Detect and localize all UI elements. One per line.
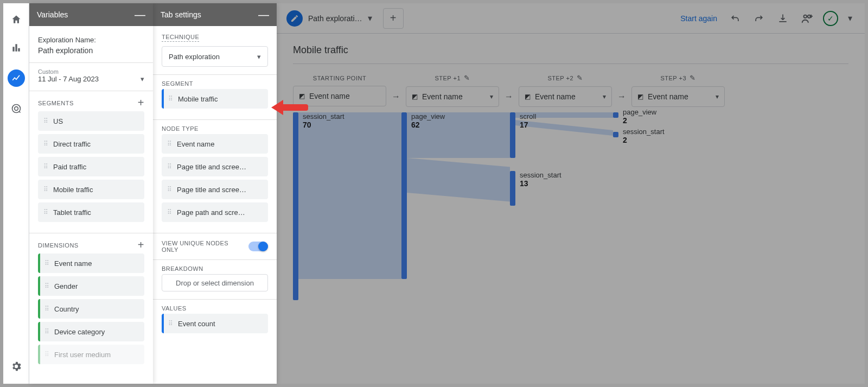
variables-title: Variables (37, 10, 68, 19)
node-type-chip[interactable]: ⠿Page path and scre… (162, 202, 268, 222)
segment-chip[interactable]: ⠿Paid traffic (38, 157, 144, 176)
drag-icon: ⠿ (167, 186, 173, 193)
chevron-down-icon: ▾ (141, 75, 144, 83)
segment-chip[interactable]: ⠿Tablet traffic (38, 202, 144, 222)
dimension-chip[interactable]: ⠿Gender (38, 276, 144, 296)
date-custom-label: Custom (38, 68, 144, 75)
dimension-chip[interactable]: ⠿Device category (38, 322, 144, 341)
annotation-arrow (271, 100, 308, 115)
explore-icon[interactable] (8, 69, 25, 87)
values-label: VALUES (162, 305, 187, 312)
applied-segment-chip[interactable]: ⠿Mobile traffic (162, 89, 268, 109)
breakdown-dropzone[interactable]: Drop or select dimension (162, 274, 268, 291)
drag-icon: ⠿ (168, 95, 174, 103)
segment-chip[interactable]: ⠿US (38, 111, 144, 131)
settings-icon[interactable] (10, 360, 23, 373)
technique-select[interactable]: Path exploration ▾ (162, 46, 268, 67)
drag-icon: ⠿ (44, 351, 50, 358)
variables-header: Variables — (29, 3, 153, 26)
drag-icon: ⠿ (44, 259, 50, 267)
dimension-chip[interactable]: ⠿Country (38, 299, 144, 319)
drag-icon: ⠿ (43, 163, 49, 170)
node-type-chip[interactable]: ⠿Event name (162, 134, 268, 154)
exploration-canvas: Path explorati… ▾ + Start again ✓ ▾ Mobi… (277, 3, 865, 384)
node-type-chip[interactable]: ⠿Page title and scree… (162, 180, 268, 199)
canvas-overlay (277, 3, 865, 384)
node-type-chip[interactable]: ⠿Page title and scree… (162, 157, 268, 176)
breakdown-label: BREAKDOWN (162, 265, 203, 272)
values-chip[interactable]: ⠿Event count (162, 314, 268, 333)
drag-icon: ⠿ (44, 282, 50, 290)
drag-icon: ⠿ (43, 208, 49, 216)
tab-settings-title: Tab settings (161, 10, 201, 19)
drag-icon: ⠿ (43, 140, 49, 148)
add-segment-button[interactable]: + (138, 97, 144, 109)
dimensions-label: DIMENSIONS (38, 242, 79, 249)
dimension-chip[interactable]: ⠿Event name (38, 253, 144, 273)
drag-icon: ⠿ (44, 328, 50, 335)
add-dimension-button[interactable]: + (138, 239, 144, 251)
drag-icon: ⠿ (167, 208, 173, 216)
date-range-picker[interactable]: 11 Jul - 7 Aug 2023 ▾ (38, 75, 144, 83)
drag-icon: ⠿ (167, 163, 173, 170)
tab-settings-header: Tab settings — (153, 3, 277, 26)
tab-settings-panel: Tab settings — TECHNIQUE Path exploratio… (153, 3, 277, 384)
advertising-icon[interactable] (10, 102, 23, 115)
dimension-chip[interactable]: ⠿First user medium (38, 345, 144, 364)
drag-icon: ⠿ (167, 140, 173, 148)
variables-panel: Variables — Exploration Name: Path explo… (29, 3, 153, 384)
drag-icon: ⠿ (43, 117, 49, 125)
segments-label: SEGMENTS (38, 100, 74, 106)
nav-rail (3, 3, 29, 384)
view-unique-toggle[interactable] (248, 242, 268, 251)
home-icon[interactable] (10, 13, 23, 26)
segment-chip[interactable]: ⠿Mobile traffic (38, 180, 144, 199)
technique-label: TECHNIQUE (162, 34, 199, 42)
reports-icon[interactable] (10, 41, 23, 54)
drag-icon: ⠿ (168, 320, 174, 327)
svg-point-1 (14, 107, 18, 111)
segment-section-label: SEGMENT (162, 80, 193, 87)
exploration-name-value[interactable]: Path exploration (38, 46, 144, 55)
drag-icon: ⠿ (43, 186, 49, 193)
node-type-label: NODE TYPE (162, 125, 199, 132)
drag-icon: ⠿ (44, 305, 50, 313)
chevron-down-icon: ▾ (257, 53, 261, 61)
segment-chip[interactable]: ⠿Direct traffic (38, 134, 144, 154)
view-unique-label: VIEW UNIQUE NODES ONLY (162, 240, 232, 253)
exploration-name-label: Exploration Name: (38, 36, 144, 44)
